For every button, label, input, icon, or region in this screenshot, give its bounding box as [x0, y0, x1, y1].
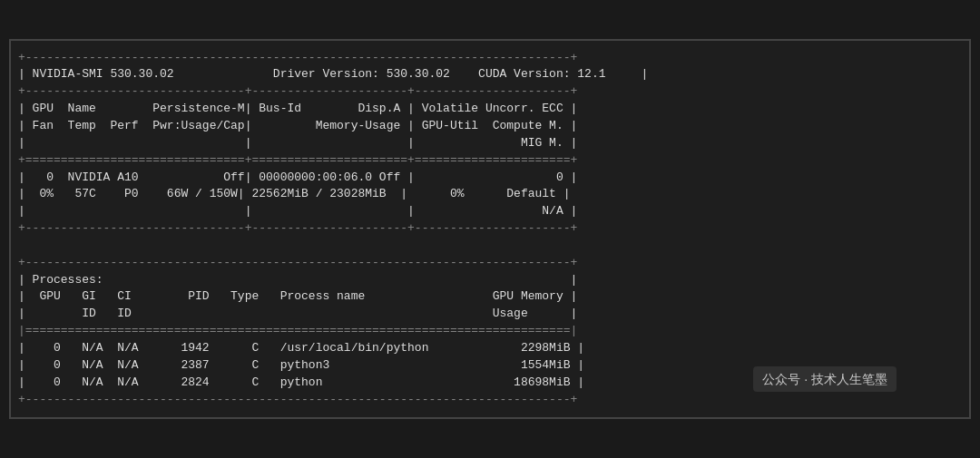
gpu-row2: | 0% 57C P0 66W / 150W| 22562MiB / 23028…	[18, 186, 962, 203]
gpu-bottom: +-------------------------------+-------…	[18, 220, 962, 238]
gpu-row3: | | | N/A |	[18, 203, 962, 220]
col-header-row3: | | | MIG M. |	[18, 135, 962, 152]
col-header-row2: | Fan Temp Perf Pwr:Usage/Cap| Memory-Us…	[18, 118, 962, 135]
proc-row3: | 0 N/A N/A 2824 C python 18698MiB |	[18, 375, 962, 392]
header-text: | NVIDIA-SMI 530.30.02 Driver Version: 5…	[18, 66, 962, 83]
terminal-window: +---------------------------------------…	[9, 39, 971, 420]
proc-sep: |=======================================…	[18, 323, 962, 340]
proc-col-top: | GPU GI CI PID Type Process name GPU Me…	[18, 288, 962, 306]
proc-row2: | 0 N/A N/A 2387 C python3 1554MiB |	[18, 357, 962, 375]
blank-line	[18, 238, 962, 255]
proc-top: +---------------------------------------…	[18, 255, 962, 272]
header-border-top: +---------------------------------------…	[18, 50, 962, 67]
proc-bottom: +---------------------------------------…	[18, 392, 962, 409]
gpu-row1: | 0 NVIDIA A10 Off| 00000000:00:06.0 Off…	[18, 170, 962, 187]
proc-col-sub: | ID ID Usage |	[18, 306, 962, 323]
col-header-row1: | GPU Name Persistence-M| Bus-Id Disp.A …	[18, 101, 962, 118]
proc-row1: | 0 N/A N/A 1942 C /usr/local/bin/python…	[18, 340, 962, 357]
col-header-sep: +===============================+=======…	[18, 152, 962, 170]
proc-label: | Processes: |	[18, 272, 962, 289]
col-header-top: +-------------------------------+-------…	[18, 83, 962, 101]
